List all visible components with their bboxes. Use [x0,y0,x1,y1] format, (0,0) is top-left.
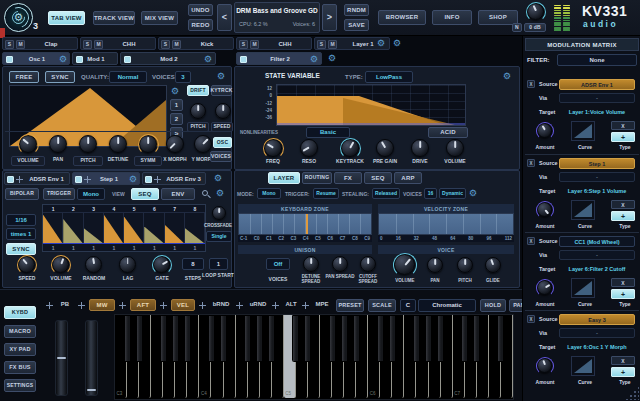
filter-keytrack-knob[interactable] [341,139,359,157]
matrix-amount-knob[interactable] [537,358,552,373]
step-sequencer-display[interactable]: 12345678 11111111 [42,204,206,252]
keyboard-zone-display[interactable] [238,213,372,235]
piano-keyboard[interactable]: C3C4C5C6C7 [114,314,514,400]
seq-step[interactable] [104,213,124,243]
randomize-button[interactable]: RNDM [344,4,369,16]
drift-speed-knob[interactable] [215,103,231,119]
piano-black-key[interactable] [473,315,480,362]
tab-adsr-env1[interactable]: ADSR Env 1 [4,172,70,185]
matrix-amount-knob[interactable] [537,123,552,138]
seq-step[interactable] [144,213,164,243]
pan-spread-knob[interactable] [332,256,348,272]
filter-freq-knob[interactable] [264,139,282,157]
matrix-target-value[interactable]: Layer 6:Step 1 Volume [555,186,639,196]
mw-move-icon[interactable] [78,302,85,309]
matrix-source-value[interactable]: Step 1 [559,158,635,169]
matrix-type-x-button[interactable]: X [611,356,635,365]
tab-filter2[interactable]: Filter 2 ⚙ [236,52,322,65]
sidebar-xypad-button[interactable]: XY PAD [4,343,36,356]
osc-ymorph-knob[interactable] [194,135,212,153]
piano-black-key[interactable] [425,315,432,362]
sidebar-kybd-button[interactable]: KYBD [4,306,36,319]
unison-voices-dropdown[interactable]: Off [266,258,290,270]
osc-free-button[interactable]: FREE [9,71,39,83]
scale-type-dropdown[interactable]: Chromatic [418,299,476,312]
piano-black-key[interactable] [208,315,215,362]
matrix-curve-display[interactable] [571,356,595,376]
mute-button[interactable]: M [94,40,103,49]
seq-sync-button[interactable]: SYNC [6,243,36,255]
piano-black-key[interactable] [461,315,468,362]
vel-move-icon[interactable] [160,302,167,309]
adsr-env1-move-icon[interactable] [16,176,23,183]
piano-black-key[interactable] [497,315,504,362]
tab-mod2[interactable]: Mod 2 ⚙ [120,52,216,65]
piano-black-key[interactable] [329,315,336,362]
piano-black-key[interactable] [377,315,384,362]
fx-tab[interactable]: FX [334,172,362,184]
matrix-type-x-button[interactable]: X [611,278,635,287]
key-dropdown[interactable]: C [400,299,416,312]
zoom-icon[interactable] [202,190,208,196]
scale-button[interactable]: SCALE [368,299,396,312]
osc-view-button[interactable]: OSC [213,137,232,148]
matrix-type-x-button[interactable]: X [611,200,635,209]
mod1-enable-checkbox[interactable] [76,56,83,63]
filter-settings-gear-icon[interactable]: ⚙ [503,72,511,81]
step1-checkbox[interactable] [75,176,82,183]
layer-settings-gear-icon[interactable]: ⚙ [469,189,477,198]
matrix-via-value[interactable]: - [559,328,635,338]
urnd-label[interactable]: uRND [246,301,270,307]
pb-move-icon[interactable] [46,302,53,309]
nonlinearities-dropdown[interactable]: Basic [306,127,350,138]
voices-view-button[interactable]: VOICES [210,151,232,162]
piano-black-key[interactable] [437,315,444,362]
mpe-move-icon[interactable] [302,302,309,309]
matrix-via-value[interactable]: - [559,250,635,260]
brnd-label[interactable]: bRND [209,301,233,307]
matrix-target-value[interactable]: Layer 6:Osc 1 Y Morph [555,342,639,352]
filter-reso-knob[interactable] [300,139,318,157]
layer-tab[interactable]: LAYER [268,172,300,184]
kytrck-button[interactable]: KYTRCK [211,85,232,96]
adsr-env3-checkbox[interactable] [145,176,152,183]
brnd-move-icon[interactable] [199,302,206,309]
bipolar-button[interactable]: BIPOLAR [5,188,39,200]
step1-move-icon[interactable] [84,176,91,183]
detune-spread-knob[interactable] [303,256,319,272]
drift-button[interactable]: DRIFT [187,85,209,96]
seq-step[interactable] [63,213,83,243]
mute-button[interactable]: M [16,40,25,49]
mute-button[interactable]: M [250,40,259,49]
piano-black-key[interactable] [256,315,263,362]
matrix-type-x-button[interactable]: X [611,121,635,130]
filter2-gear-icon[interactable]: ⚙ [310,55,318,64]
matrix-target-value[interactable]: Layer 6:Filter 2 Cutoff [555,264,639,274]
mpe-label[interactable]: MPE [312,301,332,307]
matrix-type-plus-button[interactable]: + [611,289,635,299]
layer-seq-tab[interactable]: SEQ [364,172,392,184]
seq-volume-knob[interactable] [52,256,69,273]
osc-detune-knob[interactable] [109,135,127,153]
layer-trigger-dropdown[interactable]: Resume [313,188,339,199]
seq-step[interactable] [185,213,205,243]
piano-black-key[interactable] [268,315,275,362]
seq-step[interactable] [124,213,144,243]
layer-voices-dropdown[interactable]: 16 [424,188,437,199]
velocity-zone-display[interactable] [378,213,514,235]
solo-button[interactable]: S [317,40,326,49]
mod-tabs-gear-icon[interactable]: ⚙ [214,174,222,183]
layer-gear-icon[interactable]: ⚙ [377,39,385,48]
loop-start-value[interactable]: 1 [209,258,228,270]
add-module-gear-icon[interactable]: ⚙ [328,54,336,63]
solo-button[interactable]: S [5,40,14,49]
osc1-enable-checkbox[interactable] [6,56,13,63]
osc-settings-gear-icon[interactable]: ⚙ [217,72,225,81]
matrix-enable-checkbox[interactable]: X [527,315,535,323]
piano-black-key[interactable] [292,315,299,362]
matrix-source-value[interactable]: CC1 (Mod Wheel) [559,236,635,247]
piano-black-key[interactable] [124,315,131,362]
seq-random-knob[interactable] [85,256,102,273]
wave-select-1-button[interactable]: 1 [170,99,183,111]
osc-xmorph-knob[interactable] [166,135,184,153]
